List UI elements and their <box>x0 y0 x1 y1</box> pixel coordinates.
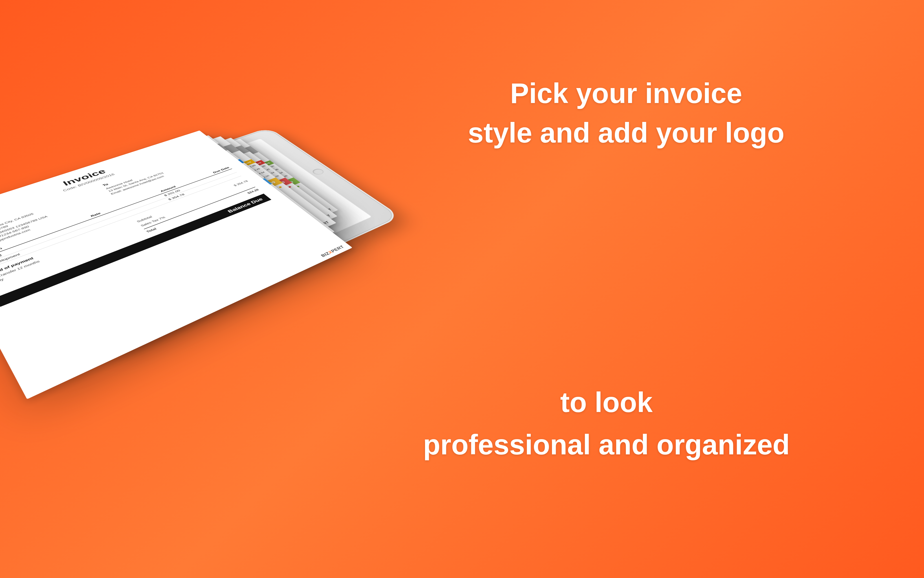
total-label: Total <box>145 227 157 234</box>
illustration-scene: Invoice BIZXPERTS GRAND FLOWER SHOP From… <box>0 11 508 491</box>
brand-post: PERT <box>330 245 345 253</box>
total-value: $24.28 <box>246 188 260 195</box>
tax-value <box>250 183 253 185</box>
footer-brand: BIZXPERT <box>320 245 345 258</box>
home-button-icon <box>311 168 325 175</box>
